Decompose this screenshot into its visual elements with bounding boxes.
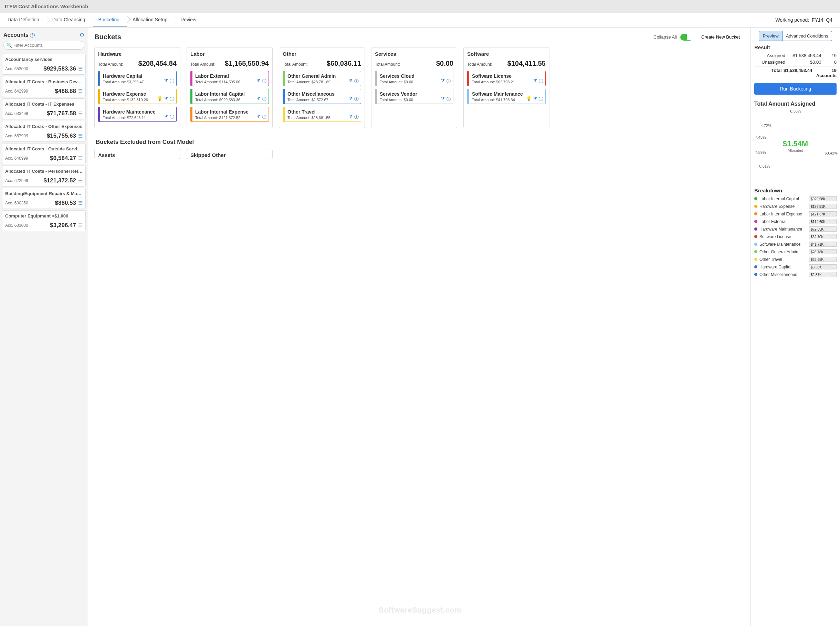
sub-bucket[interactable]: Hardware Expense Total Amount: $132,510.… xyxy=(98,89,177,104)
sub-bucket[interactable]: Software License Total Amount: $62,703.2… xyxy=(467,71,546,86)
sub-bucket[interactable]: Other Miscellaneous Total Amount: $2,572… xyxy=(283,89,361,104)
funnel-icon[interactable]: ⧩ xyxy=(164,114,168,120)
collapse-all-label: Collapse All xyxy=(653,35,677,39)
account-item[interactable]: Allocated IT Costs - IT Expenses Acc. 63… xyxy=(2,98,86,120)
list-icon[interactable]: ☰ xyxy=(78,66,83,72)
working-period-value: FY14: Q4 xyxy=(812,17,832,23)
excluded-cards: AssetsSkipped Other xyxy=(95,149,744,159)
collapse-toggle[interactable] xyxy=(680,34,693,41)
account-item[interactable]: Accountancy services Acc. 653000 $929,58… xyxy=(2,54,86,75)
app-title: ITFM Cost Allocations Workbench xyxy=(5,3,88,9)
excluded-card[interactable]: Assets xyxy=(95,149,180,159)
account-amount: $15,755.63 xyxy=(47,132,76,139)
funnel-icon[interactable]: ⧩ xyxy=(533,96,537,102)
tab-advanced[interactable]: Advanced Conditions xyxy=(782,32,832,41)
account-amount: $6,584.27 xyxy=(50,155,76,162)
account-item[interactable]: Allocated IT Costs - Other Expenses Acc.… xyxy=(2,121,86,142)
bucket-group: Other Total Amount:$60,036.11 Other Gene… xyxy=(279,47,365,128)
account-name: Allocated IT Costs - Business Devel... xyxy=(5,79,83,84)
breakdown-value: $114.60K xyxy=(811,219,826,224)
sub-bucket[interactable]: Services Cloud Total Amount: $0.00 ⧩ⓘ xyxy=(375,71,453,86)
chart-section: Total Amount Assigned $1.54M Allocated 6… xyxy=(754,101,837,182)
funnel-icon[interactable]: ⧩ xyxy=(349,96,353,102)
breakdown-bar: $28.68K xyxy=(809,257,837,262)
filter-input[interactable] xyxy=(13,43,81,48)
list-icon[interactable]: ☰ xyxy=(78,133,83,139)
funnel-icon[interactable]: ⧩ xyxy=(257,114,260,120)
main-layout: Accounts ? ⚙ 🔍 Accountancy services Acc.… xyxy=(0,28,840,625)
funnel-icon[interactable]: ⧩ xyxy=(257,96,260,102)
sub-bucket-amount: Total Amount: $28,681.55 xyxy=(287,116,358,120)
info-icon[interactable]: ⓘ xyxy=(539,78,543,84)
bulb-icon[interactable]: 💡 xyxy=(157,96,162,102)
color-dot xyxy=(754,273,757,276)
gear-icon[interactable]: ⚙ xyxy=(80,32,84,38)
wizard-step-data-cleansing[interactable]: Data Cleansing xyxy=(47,13,93,27)
sub-bucket[interactable]: Labor External Total Amount: $114,595.06… xyxy=(191,71,269,86)
list-icon[interactable]: ☰ xyxy=(78,110,83,117)
bulb-icon[interactable]: 💡 xyxy=(526,96,531,102)
excluded-card[interactable]: Skipped Other xyxy=(187,149,273,159)
info-icon[interactable]: ⓘ xyxy=(354,96,359,102)
sub-bucket[interactable]: Hardware Maintenance Total Amount: $72,6… xyxy=(98,107,177,122)
info-icon[interactable]: ⓘ xyxy=(446,78,451,84)
sub-bucket[interactable]: Other General Admin Total Amount: $28,78… xyxy=(283,71,361,86)
info-icon[interactable]: ⓘ xyxy=(262,96,266,102)
funnel-icon[interactable]: ⧩ xyxy=(164,96,168,102)
wizard-step-bucketing[interactable]: Bucketing xyxy=(93,13,127,27)
list-icon[interactable]: ☰ xyxy=(78,88,83,94)
list-icon[interactable]: ☰ xyxy=(78,200,83,206)
color-dot xyxy=(754,265,757,268)
wizard-step-review[interactable]: Review xyxy=(175,13,204,27)
list-icon[interactable]: ☰ xyxy=(78,155,83,161)
sub-bucket-amount: Total Amount: $72,648.11 xyxy=(103,116,173,120)
sub-bucket[interactable]: Labor Internal Capital Total Amount: $92… xyxy=(191,89,269,104)
sub-bucket[interactable]: Labor Internal Expense Total Amount: $12… xyxy=(191,107,269,122)
info-icon[interactable]: ⓘ xyxy=(262,114,266,120)
help-icon[interactable]: ? xyxy=(30,33,35,38)
account-item[interactable]: Allocated IT Costs - Business Devel... A… xyxy=(2,76,86,97)
wizard-step-allocation-setup[interactable]: Allocation Setup xyxy=(127,13,175,27)
result-title: Result xyxy=(754,44,837,50)
bucket-group-name: Other xyxy=(283,51,361,57)
sub-bucket[interactable]: Hardware Capital Total Amount: $3,296.47… xyxy=(98,71,177,86)
account-item[interactable]: Allocated IT Costs - Outside Service... … xyxy=(2,143,86,164)
sub-bucket-name: Software License xyxy=(472,73,542,79)
info-icon[interactable]: ⓘ xyxy=(170,114,174,120)
account-item[interactable]: Building/Equipment Repairs & Maint... Ac… xyxy=(2,188,86,209)
create-bucket-button[interactable]: Create New Bucket xyxy=(697,32,744,43)
bucket-group-name: Services xyxy=(375,51,453,57)
segmented-tabs: Preview Advanced Conditions xyxy=(759,31,832,41)
funnel-icon[interactable]: ⧩ xyxy=(441,96,445,102)
filter-accounts[interactable]: 🔍 xyxy=(3,41,84,50)
sub-bucket-name: Hardware Capital xyxy=(103,73,173,79)
info-icon[interactable]: ⓘ xyxy=(262,78,266,84)
sub-bucket-name: Other Travel xyxy=(287,109,358,115)
list-icon[interactable]: ☰ xyxy=(78,178,83,184)
tab-preview[interactable]: Preview xyxy=(759,32,782,41)
funnel-icon[interactable]: ⧩ xyxy=(257,78,260,84)
funnel-icon[interactable]: ⧩ xyxy=(349,78,353,84)
info-icon[interactable]: ⓘ xyxy=(170,78,174,84)
info-icon[interactable]: ⓘ xyxy=(354,78,359,84)
buckets-title: Buckets xyxy=(95,33,121,41)
funnel-icon[interactable]: ⧩ xyxy=(441,78,445,84)
sub-bucket[interactable]: Software Maintenance Total Amount: $41,7… xyxy=(467,89,546,104)
funnel-icon[interactable]: ⧩ xyxy=(349,114,353,120)
sub-bucket[interactable]: Services Vendor Total Amount: $0.00 ⧩ⓘ xyxy=(375,89,453,104)
donut-label: 7.45% xyxy=(755,135,766,139)
bucket-group-total: $60,036.11 xyxy=(327,60,361,68)
run-bucketing-button[interactable]: Run Bucketing xyxy=(754,83,837,95)
info-icon[interactable]: ⓘ xyxy=(539,96,543,102)
funnel-icon[interactable]: ⧩ xyxy=(533,78,537,84)
breakdown-bar: $3.30K xyxy=(809,264,837,269)
sub-bucket[interactable]: Other Travel Total Amount: $28,681.55 ⧩ⓘ xyxy=(283,107,361,122)
wizard-step-data-definition[interactable]: Data Definition xyxy=(2,13,47,27)
info-icon[interactable]: ⓘ xyxy=(354,114,359,120)
info-icon[interactable]: ⓘ xyxy=(170,96,174,102)
funnel-icon[interactable]: ⧩ xyxy=(164,78,168,84)
list-icon[interactable]: ☰ xyxy=(78,222,83,228)
account-item[interactable]: Computer Equipment <$1,000 Acc. 633000 $… xyxy=(2,210,86,231)
info-icon[interactable]: ⓘ xyxy=(446,96,451,102)
account-item[interactable]: Allocated IT Costs - Personnel Relat... … xyxy=(2,165,86,186)
